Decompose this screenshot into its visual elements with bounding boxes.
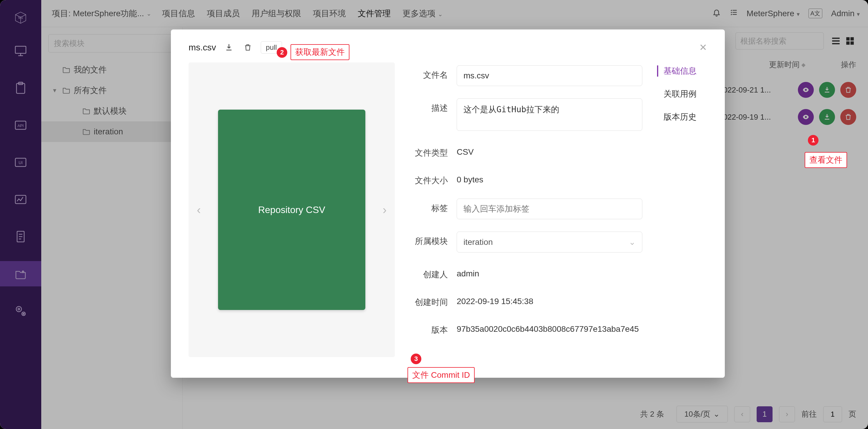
file-detail-dialog: ms.csv pull ✕ ‹ Repository CSV › 文件名 描述	[171, 29, 725, 378]
close-icon[interactable]: ✕	[699, 42, 707, 53]
file-preview: ‹ Repository CSV ›	[189, 62, 395, 357]
label-size: 文件大小	[409, 171, 448, 186]
desc-textarea[interactable]	[457, 98, 642, 131]
label-filename: 文件名	[409, 65, 448, 81]
download-icon[interactable]	[223, 41, 235, 53]
value-size: 0 bytes	[457, 171, 642, 184]
label-module: 所属模块	[409, 232, 448, 247]
tab-history[interactable]: 版本历史	[657, 111, 707, 123]
trash-icon[interactable]	[242, 41, 254, 53]
label-creator: 创建人	[409, 265, 448, 280]
tags-input[interactable]	[457, 198, 642, 219]
label-version: 版本	[409, 320, 448, 336]
prev-arrow-icon[interactable]: ‹	[197, 203, 200, 217]
file-info-form: 文件名 描述 文件类型 CSV 文件大小 0 bytes 标签	[409, 62, 642, 336]
dialog-title: ms.csv	[189, 42, 216, 53]
value-creator: admin	[457, 265, 642, 278]
detail-tabs: 基础信息 关联用例 版本历史	[657, 62, 707, 123]
label-desc: 描述	[409, 98, 448, 114]
annotation-label-view: 查看文件	[805, 152, 847, 168]
tab-basic[interactable]: 基础信息	[657, 65, 707, 76]
label-tags: 标签	[409, 198, 448, 214]
annotation-label-pull: 获取最新文件	[290, 44, 349, 60]
label-type: 文件类型	[409, 143, 448, 158]
annotation-label-commit: 文件 Commit ID	[407, 367, 475, 383]
tab-cases[interactable]: 关联用例	[657, 88, 707, 100]
preview-card: Repository CSV	[218, 110, 365, 310]
module-select[interactable]: iteration⌄	[457, 232, 642, 252]
value-version: 97b35a0020c0c6b4403b8008c67797e13aba7e45	[457, 320, 642, 334]
annotation-badge-2: 2	[277, 47, 287, 58]
label-created: 创建时间	[409, 293, 448, 308]
filename-input[interactable]	[457, 65, 642, 86]
value-created: 2022-09-19 15:45:38	[457, 293, 642, 306]
annotation-badge-1: 1	[808, 135, 818, 146]
annotation-badge-3: 3	[411, 354, 421, 364]
next-arrow-icon[interactable]: ›	[383, 203, 386, 217]
value-type: CSV	[457, 143, 642, 157]
